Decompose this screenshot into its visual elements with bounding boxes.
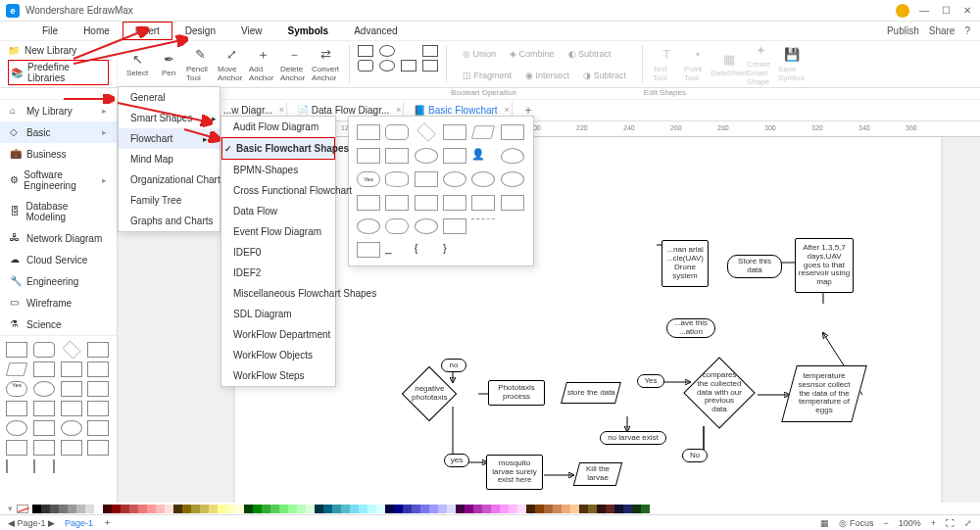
share-link[interactable]: Share: [929, 25, 956, 36]
add-anchor-tool[interactable]: ＋Add Anchor: [249, 43, 276, 85]
color-swatch[interactable]: [447, 505, 456, 513]
color-swatch[interactable]: [500, 505, 509, 513]
color-swatch[interactable]: [94, 505, 103, 513]
submenu-general[interactable]: General: [119, 87, 220, 108]
color-swatch[interactable]: [50, 505, 59, 513]
color-swatch[interactable]: [420, 505, 429, 513]
gallery-shape[interactable]: [357, 124, 380, 140]
point-tool[interactable]: •Point Tool: [684, 43, 711, 85]
color-swatch[interactable]: [359, 505, 368, 513]
flow-node[interactable]: temperature sesnsor collect the data of …: [781, 365, 867, 422]
palette-shape[interactable]: [6, 440, 27, 456]
lib-my-library[interactable]: ⌂My Library▸: [0, 100, 117, 121]
flow-node[interactable]: Yes: [637, 374, 664, 388]
color-swatch[interactable]: [588, 505, 597, 513]
gallery-shape[interactable]: [443, 218, 466, 234]
focus-button[interactable]: ◎ Focus: [839, 518, 873, 528]
palette-shape[interactable]: [33, 459, 55, 473]
palette-shape[interactable]: [87, 420, 109, 436]
close-button[interactable]: ✕: [960, 4, 974, 18]
menu-file[interactable]: File: [29, 22, 71, 40]
color-swatch[interactable]: [32, 505, 41, 513]
color-swatch[interactable]: [473, 505, 482, 513]
lib-database[interactable]: 🗄Database Modeling: [0, 196, 117, 227]
close-icon[interactable]: ×: [396, 105, 401, 115]
intersect-button[interactable]: ◉ Intersect: [521, 69, 573, 82]
flow-node[interactable]: compares the collected data with our pre…: [683, 357, 756, 429]
palette-shape[interactable]: [6, 362, 27, 376]
gallery-shape[interactable]: [501, 171, 524, 187]
lib-software[interactable]: ⚙Software Engineering▸: [0, 165, 117, 196]
menu-insert[interactable]: Insert: [122, 22, 172, 40]
palette-shape[interactable]: [87, 342, 109, 358]
color-swatch[interactable]: [235, 505, 244, 513]
color-swatch[interactable]: [403, 505, 412, 513]
flow-node[interactable]: yes: [444, 454, 469, 467]
help-icon[interactable]: ?: [964, 25, 970, 36]
gallery-shape[interactable]: ⎯: [385, 242, 409, 258]
color-swatch[interactable]: [341, 505, 350, 513]
palette-shape[interactable]: [61, 420, 82, 436]
gallery-shape[interactable]: [415, 195, 438, 211]
gallery-shape[interactable]: [415, 148, 438, 164]
lib-business[interactable]: 💼Business: [0, 143, 117, 165]
lib-science[interactable]: ⚗Science: [0, 313, 117, 335]
submenu-smart[interactable]: Smart Shapes▸: [119, 108, 220, 128]
palette-shape[interactable]: [87, 440, 109, 456]
flow-node[interactable]: mosquito larvae surely exist here: [486, 455, 543, 490]
flow-node[interactable]: negative phototaxis: [402, 366, 458, 422]
pencil-tool[interactable]: ✎Pencil Tool: [186, 43, 214, 85]
color-swatch[interactable]: [218, 505, 226, 513]
color-swatch[interactable]: [614, 505, 623, 513]
submenu-dataflow[interactable]: Data Flow: [221, 201, 335, 221]
palette-shape[interactable]: [6, 401, 27, 416]
submenu-event[interactable]: Event Flow Diagram: [221, 221, 335, 242]
zoom-out-icon[interactable]: −: [883, 518, 888, 528]
fragment-button[interactable]: ◫ Fragment: [459, 69, 515, 82]
gallery-shape[interactable]: [385, 171, 409, 187]
palette-shape[interactable]: [6, 342, 27, 358]
delete-anchor-tool[interactable]: －Delete Anchor: [280, 43, 308, 85]
color-swatch[interactable]: [182, 505, 191, 513]
submenu-wfsteps[interactable]: WorkFlow Steps: [221, 365, 335, 386]
gallery-shape[interactable]: [471, 218, 495, 234]
select-tool[interactable]: ↖Select: [123, 43, 151, 85]
palette-shape[interactable]: [87, 361, 109, 377]
submenu-wfdept[interactable]: WorkFlow Department: [221, 324, 335, 345]
text-tool[interactable]: TText Tool: [653, 43, 680, 85]
color-swatch[interactable]: [315, 505, 323, 513]
submenu-cross[interactable]: Cross Functional Flowchart: [221, 180, 335, 201]
palette-shape[interactable]: [33, 381, 55, 397]
color-swatch[interactable]: [262, 505, 270, 513]
fit-icon[interactable]: ⛶: [946, 518, 955, 528]
color-swatch[interactable]: [156, 505, 165, 513]
gallery-shape[interactable]: [443, 195, 466, 211]
color-swatch[interactable]: [350, 505, 359, 513]
color-swatch[interactable]: [517, 505, 526, 513]
gallery-shape[interactable]: [471, 125, 495, 139]
flow-node[interactable]: ...nan arial ...cle(UAV) Drone system: [662, 240, 709, 287]
minimize-button[interactable]: —: [917, 4, 931, 18]
color-swatch[interactable]: [253, 505, 262, 513]
palette-shape[interactable]: Yes: [6, 381, 27, 397]
color-swatch[interactable]: [323, 505, 332, 513]
color-swatch[interactable]: [544, 505, 553, 513]
submenu-graphs[interactable]: Graphs and Charts▸: [119, 211, 220, 231]
palette-shape[interactable]: [33, 361, 55, 377]
preset-line[interactable]: [401, 60, 416, 72]
menu-symbols[interactable]: Symbols: [274, 22, 341, 40]
color-swatch[interactable]: [191, 505, 200, 513]
combine-button[interactable]: ◈ Combine: [506, 47, 559, 61]
color-swatch[interactable]: [509, 505, 517, 513]
gallery-shape[interactable]: [357, 148, 380, 164]
color-swatch[interactable]: [597, 505, 606, 513]
zoom-in-icon[interactable]: +: [931, 518, 936, 528]
color-swatch[interactable]: [147, 505, 156, 513]
color-swatch[interactable]: [76, 505, 85, 513]
color-swatch[interactable]: [579, 505, 588, 513]
lib-network[interactable]: 🖧Network Diagram: [0, 227, 117, 249]
palette-shape[interactable]: [33, 420, 55, 436]
color-swatch[interactable]: [226, 505, 235, 513]
flow-node[interactable]: Store this data: [727, 255, 782, 278]
color-swatch[interactable]: [632, 505, 641, 513]
